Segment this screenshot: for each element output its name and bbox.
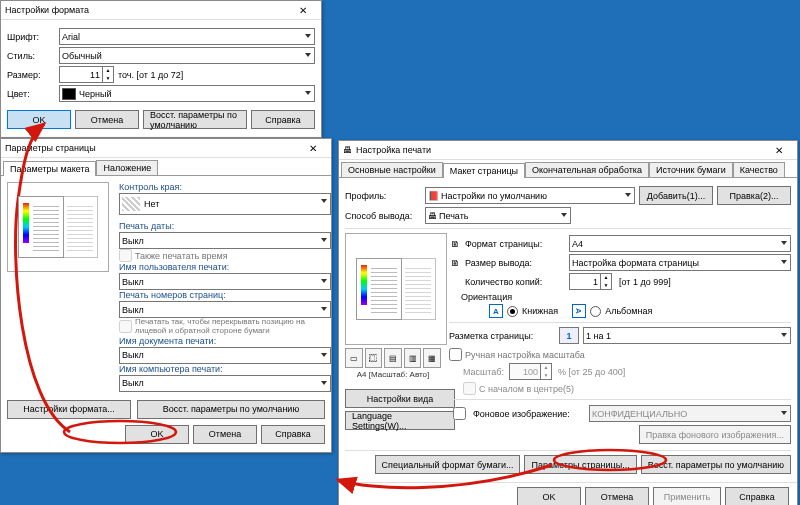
page-params-title: Параметры страницы <box>5 143 299 153</box>
cancel-button[interactable]: Отмена <box>585 487 649 505</box>
style-label: Стиль: <box>7 51 59 61</box>
radio-icon <box>507 306 518 317</box>
tab-paper-source[interactable]: Источник бумаги <box>649 162 733 177</box>
tab-quality[interactable]: Качество <box>733 162 785 177</box>
help-button[interactable]: Справка <box>251 110 315 129</box>
scale-hint: % [от 25 до 400] <box>558 367 625 377</box>
comp-name-combo[interactable]: Выкл <box>119 375 331 392</box>
edge-preview-icon <box>122 197 140 211</box>
portrait-icon: A <box>489 304 503 318</box>
scale-label: Масштаб: <box>463 367 505 377</box>
center-start-checkbox <box>463 382 476 395</box>
user-name-combo[interactable]: Выкл <box>119 273 331 290</box>
page-num-label: Печать номеров страниц: <box>119 290 325 300</box>
size-label: Размер: <box>7 70 59 80</box>
restore-defaults-button[interactable]: Восст. параметры по умолчанию <box>137 400 325 419</box>
printer-icon: 🖶 <box>343 145 352 155</box>
restore-defaults-button[interactable]: Восст. параметры по умолчанию <box>143 110 247 129</box>
cancel-button[interactable]: Отмена <box>75 110 139 129</box>
output-method-combo[interactable]: 🖶Печать <box>425 207 571 224</box>
preview-toolbar: ▭ ⿴ ▤ ▥ ▦ <box>345 348 441 368</box>
output-size-icon: 🗎 <box>449 258 461 268</box>
manual-scale-checkbox[interactable] <box>449 348 462 361</box>
edit-profile-button[interactable]: Правка(2)... <box>717 186 791 205</box>
comp-name-label: Имя компьютера печати: <box>119 364 325 374</box>
preview-mode-2-icon[interactable]: ⿴ <box>365 348 383 368</box>
orientation-portrait[interactable]: A Книжная <box>489 304 558 318</box>
format-settings-button[interactable]: Настройки формата... <box>7 400 131 419</box>
page-params-dialog: Параметры страницы ✕ Параметры макета На… <box>0 138 332 453</box>
color-combo[interactable]: Черный <box>59 85 315 102</box>
language-settings-button[interactable]: Language Settings(W)... <box>345 411 455 430</box>
landscape-icon: A <box>572 304 586 318</box>
tab-finishing[interactable]: Окончательная обработка <box>525 162 649 177</box>
tab-overlay[interactable]: Наложение <box>96 160 158 175</box>
page-params-button[interactable]: Параметры страницы... <box>524 455 636 474</box>
tab-page-layout[interactable]: Макет страницы <box>443 163 525 178</box>
tab-layout-params[interactable]: Параметры макета <box>3 161 96 176</box>
print-setup-dialog: 🖶 Настройка печати ✕ Основные настройки … <box>338 140 798 505</box>
output-size-combo[interactable]: Настройка формата страницы <box>569 254 791 271</box>
ok-button[interactable]: OK <box>7 110 71 129</box>
restore-defaults-button[interactable]: Восст. параметры по умолчанию <box>641 455 791 474</box>
watermark-combo: КОНФИДЕНЦИАЛЬНО <box>589 405 791 422</box>
page-num-combo[interactable]: Выкл <box>119 301 331 318</box>
format-settings-dialog: Настройки формата ✕ Шрифт: Arial Стиль: … <box>0 0 322 138</box>
help-button[interactable]: Справка <box>261 425 325 444</box>
page-layout-label: Разметка страницы: <box>449 331 555 341</box>
style-combo[interactable]: Обычный <box>59 47 315 64</box>
preview-mode-3-icon[interactable]: ▤ <box>384 348 402 368</box>
page-layout-combo[interactable]: 1 на 1 <box>583 327 791 344</box>
apply-button: Применить <box>653 487 721 505</box>
edge-control-combo[interactable]: Нет <box>119 193 331 215</box>
output-method-label: Способ вывода: <box>345 211 421 221</box>
print-time-checkbox <box>119 249 132 262</box>
preview-mode-1-icon[interactable]: ▭ <box>345 348 363 368</box>
preview-mode-4-icon[interactable]: ▥ <box>404 348 422 368</box>
size-spinner[interactable]: ▲▼ <box>59 66 114 83</box>
add-profile-button[interactable]: Добавить(1)... <box>639 186 713 205</box>
edge-control-label: Контроль края: <box>119 182 325 192</box>
size-hint: точ. [от 1 до 72] <box>118 70 183 80</box>
doc-name-combo[interactable]: Выкл <box>119 347 331 364</box>
size-input[interactable] <box>59 66 103 83</box>
close-icon[interactable]: ✕ <box>289 3 317 17</box>
preview-caption: A4 [Масштаб: Авто] <box>345 370 441 379</box>
print-date-combo[interactable]: Выкл <box>119 232 331 249</box>
overlap-checkbox <box>119 320 132 333</box>
color-swatch-icon <box>62 88 76 100</box>
profile-combo[interactable]: 📕Настройки по умолчанию <box>425 187 635 204</box>
page-format-combo[interactable]: A4 <box>569 235 791 252</box>
font-label: Шрифт: <box>7 32 59 42</box>
print-date-label: Печать даты: <box>119 221 325 231</box>
doc-name-label: Имя документа печати: <box>119 336 325 346</box>
close-icon[interactable]: ✕ <box>299 141 327 155</box>
radio-icon <box>590 306 601 317</box>
user-name-label: Имя пользователя печати: <box>119 262 325 272</box>
print-setup-title: Настройка печати <box>356 145 765 155</box>
format-title: Настройки формата <box>5 5 289 15</box>
page-format-label: Формат страницы: <box>465 239 565 249</box>
watermark-label: Фоновое изображение: <box>473 409 585 419</box>
edit-watermark-button: Правка фонового изображения... <box>639 425 791 444</box>
view-settings-button[interactable]: Настройки вида <box>345 389 455 408</box>
orientation-landscape[interactable]: A Альбомная <box>572 304 652 318</box>
preview-mode-5-icon[interactable]: ▦ <box>423 348 441 368</box>
ok-button[interactable]: OK <box>517 487 581 505</box>
ok-button[interactable]: OK <box>125 425 189 444</box>
page-format-icon: 🗎 <box>449 239 461 249</box>
copies-label: Количество копий: <box>465 277 565 287</box>
copies-spinner[interactable]: ▲▼ <box>569 273 612 290</box>
special-format-button[interactable]: Специальный формат бумаги... <box>375 455 521 474</box>
help-button[interactable]: Справка <box>725 487 789 505</box>
font-combo[interactable]: Arial <box>59 28 315 45</box>
tab-main[interactable]: Основные настройки <box>341 162 443 177</box>
color-label: Цвет: <box>7 89 59 99</box>
watermark-checkbox[interactable] <box>453 407 466 420</box>
orientation-label: Ориентация <box>461 292 512 302</box>
cancel-button[interactable]: Отмена <box>193 425 257 444</box>
output-size-label: Размер вывода: <box>465 258 565 268</box>
close-icon[interactable]: ✕ <box>765 143 793 157</box>
copies-input[interactable] <box>569 273 601 290</box>
print-preview <box>345 233 447 345</box>
